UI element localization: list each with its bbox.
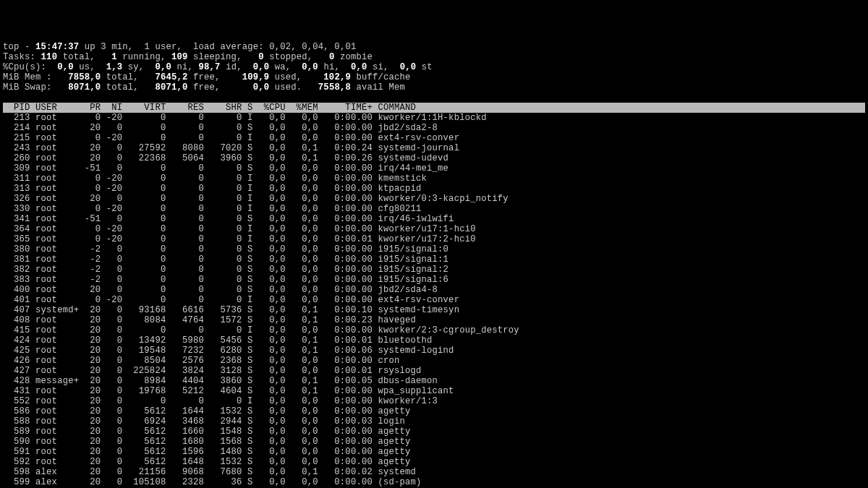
- v: 102,9: [323, 72, 356, 82]
- process-row[interactable]: 407 systemd+ 20 0 93168 6616 5736 S 0,0 …: [3, 305, 865, 315]
- process-row[interactable]: 364 root 0 -20 0 0 0 I 0,0 0,0 0:00.00 k…: [3, 224, 865, 234]
- l: id,: [226, 62, 253, 72]
- process-row[interactable]: 425 root 20 0 19548 7232 6280 S 0,0 0,1 …: [3, 346, 865, 356]
- l: total,: [63, 52, 112, 62]
- v: 0,0: [253, 62, 275, 72]
- process-row[interactable]: 383 root -2 0 0 0 0 S 0,0 0,0 0:00.00 i9…: [3, 275, 865, 285]
- process-row[interactable]: 592 root 20 0 5612 1648 1532 S 0,0 0,0 0…: [3, 457, 865, 467]
- process-row[interactable]: 598 alex 20 0 21156 9068 7680 S 0,0 0,1 …: [3, 467, 865, 477]
- process-row[interactable]: 341 root -51 0 0 0 0 S 0,0 0,0 0:00.00 i…: [3, 214, 865, 224]
- lbl: MiB Swap:: [3, 82, 68, 93]
- process-row[interactable]: 586 root 20 0 5612 1644 1532 S 0,0 0,0 0…: [3, 406, 865, 416]
- l: wa,: [275, 62, 302, 72]
- summary-mem: MiB Mem : 7858,0 total, 7645,2 free, 109…: [3, 72, 865, 82]
- process-row[interactable]: 382 root -2 0 0 0 0 S 0,0 0,0 0:00.00 i9…: [3, 265, 865, 275]
- v: 0,0: [57, 62, 79, 72]
- time: 15:47:37: [35, 42, 79, 52]
- process-row[interactable]: 415 root 20 0 0 0 0 I 0,0 0,0 0:00.00 kw…: [3, 325, 865, 335]
- process-row[interactable]: 213 root 0 -20 0 0 0 I 0,0 0,0 0:00.00 k…: [3, 113, 865, 123]
- process-row[interactable]: 400 root 20 0 0 0 0 S 0,0 0,0 0:00.00 jb…: [3, 285, 865, 295]
- l: free,: [193, 82, 253, 93]
- process-row[interactable]: 381 root -2 0 0 0 0 S 0,0 0,0 0:00.00 i9…: [3, 254, 865, 265]
- process-row[interactable]: 428 message+ 20 0 8984 4404 3860 S 0,0 0…: [3, 376, 865, 386]
- v: 0: [258, 52, 269, 62]
- l: avail Mem: [356, 82, 405, 93]
- l: us,: [79, 62, 106, 72]
- l: hi,: [323, 62, 351, 72]
- v: 0: [329, 52, 340, 62]
- rest: up 3 min, 1 user, load average: 0,02, 0,…: [79, 42, 356, 52]
- v: 1: [111, 52, 122, 62]
- process-row[interactable]: 243 root 20 0 27592 8080 7020 S 0,0 0,1 …: [3, 143, 865, 153]
- v: 109: [171, 52, 193, 62]
- process-row[interactable]: 426 root 20 0 8504 2576 2368 S 0,0 0,0 0…: [3, 356, 865, 366]
- summary-uptime: top - 15:47:37 up 3 min, 1 user, load av…: [3, 42, 865, 52]
- process-row[interactable]: 313 root 0 -20 0 0 0 I 0,0 0,0 0:00.00 k…: [3, 184, 865, 194]
- process-row[interactable]: 330 root 0 -20 0 0 0 I 0,0 0,0 0:00.00 c…: [3, 204, 865, 214]
- lbl: MiB Mem :: [3, 72, 68, 82]
- process-row[interactable]: 215 root 0 -20 0 0 0 I 0,0 0,0 0:00.00 e…: [3, 133, 865, 143]
- l: ni,: [176, 62, 198, 72]
- process-row[interactable]: 589 root 20 0 5612 1660 1548 S 0,0 0,0 0…: [3, 427, 865, 437]
- blank-line: [3, 93, 865, 103]
- v: 98,7: [199, 62, 226, 72]
- l: used.: [275, 82, 318, 93]
- column-header[interactable]: PID USER PR NI VIRT RES SHR S %CPU %MEM …: [3, 103, 865, 113]
- process-row[interactable]: 365 root 0 -20 0 0 0 I 0,0 0,0 0:00.01 k…: [3, 234, 865, 244]
- l: zombie: [340, 52, 373, 62]
- v: 110: [35, 52, 63, 62]
- l: stopped,: [269, 52, 329, 62]
- lbl: top -: [3, 42, 35, 52]
- top-output[interactable]: top - 15:47:37 up 3 min, 1 user, load av…: [3, 42, 865, 488]
- v: 8071,0: [68, 82, 106, 93]
- l: used,: [275, 72, 324, 82]
- process-row[interactable]: 590 root 20 0 5612 1680 1568 S 0,0 0,0 0…: [3, 437, 865, 447]
- l: total,: [106, 72, 156, 82]
- process-row[interactable]: 309 root -51 0 0 0 0 S 0,0 0,0 0:00.00 i…: [3, 163, 865, 174]
- process-row[interactable]: 599 alex 20 0 105108 2328 36 S 0,0 0,0 0…: [3, 477, 865, 487]
- v: 7558,8: [318, 82, 357, 93]
- l: st: [422, 62, 433, 72]
- process-row[interactable]: 588 root 20 0 6924 3468 2944 S 0,0 0,0 0…: [3, 416, 865, 427]
- process-row[interactable]: 380 root -2 0 0 0 0 S 0,0 0,0 0:00.00 i9…: [3, 244, 865, 254]
- v: 1,3: [106, 62, 128, 72]
- l: running,: [122, 52, 171, 62]
- l: free,: [193, 72, 242, 82]
- summary-swap: MiB Swap: 8071,0 total, 8071,0 free, 0,0…: [3, 82, 865, 93]
- summary-cpu: %Cpu(s): 0,0 us, 1,3 sy, 0,0 ni, 98,7 id…: [3, 62, 865, 72]
- lbl: Tasks:: [3, 52, 35, 62]
- process-row[interactable]: 427 root 20 0 225824 3824 3128 S 0,0 0,0…: [3, 366, 865, 376]
- l: total,: [106, 82, 156, 93]
- v: 0,0: [351, 62, 373, 72]
- process-row[interactable]: 401 root 0 -20 0 0 0 I 0,0 0,0 0:00.00 e…: [3, 295, 865, 305]
- v: 7645,2: [155, 72, 193, 82]
- process-row[interactable]: 431 root 20 0 19768 5212 4604 S 0,0 0,1 …: [3, 386, 865, 396]
- summary-tasks: Tasks: 110 total, 1 running, 109 sleepin…: [3, 52, 865, 62]
- l: sleeping,: [193, 52, 258, 62]
- l: sy,: [128, 62, 156, 72]
- process-row[interactable]: 552 root 20 0 0 0 0 I 0,0 0,0 0:00.00 kw…: [3, 396, 865, 406]
- v: 0,0: [253, 82, 275, 93]
- v: 0,0: [400, 62, 422, 72]
- l: buff/cache: [356, 72, 410, 82]
- v: 0,0: [302, 62, 323, 72]
- process-row[interactable]: 424 root 20 0 13492 5980 5456 S 0,0 0,1 …: [3, 335, 865, 346]
- v: 8071,0: [155, 82, 193, 93]
- v: 7858,0: [68, 72, 106, 82]
- lbl: %Cpu(s):: [3, 62, 57, 72]
- process-row[interactable]: 591 root 20 0 5612 1596 1480 S 0,0 0,0 0…: [3, 447, 865, 457]
- v: 0,0: [155, 62, 176, 72]
- process-row[interactable]: 260 root 20 0 22368 5064 3960 S 0,0 0,1 …: [3, 153, 865, 163]
- process-row[interactable]: 408 root 20 0 8084 4764 1572 S 0,0 0,1 0…: [3, 315, 865, 325]
- process-row[interactable]: 214 root 20 0 0 0 0 S 0,0 0,0 0:00.00 jb…: [3, 123, 865, 133]
- process-row[interactable]: 326 root 20 0 0 0 0 I 0,0 0,0 0:00.00 kw…: [3, 194, 865, 204]
- v: 109,9: [242, 72, 275, 82]
- l: si,: [373, 62, 400, 72]
- process-row[interactable]: 311 root 0 -20 0 0 0 I 0,0 0,0 0:00.00 k…: [3, 174, 865, 184]
